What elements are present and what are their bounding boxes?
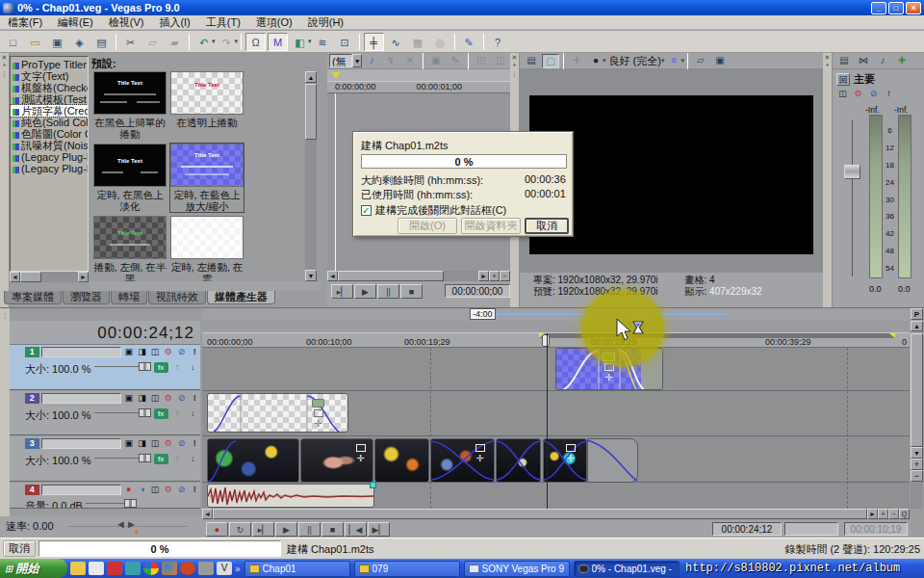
scroll-down-icon[interactable]: ▼ (911, 447, 923, 459)
overlay-icon[interactable]: ✛ (568, 54, 585, 68)
scroll-left-icon[interactable]: ◄ (10, 272, 20, 282)
pin-panel-icon[interactable]: + (0, 62, 9, 68)
track-number[interactable]: 1 (25, 347, 39, 357)
envelope-lock-button[interactable]: ≋ (313, 33, 333, 51)
selection-start-display[interactable]: 00:00:24;12 (712, 522, 782, 536)
track-header-4[interactable]: 4 ● ◑ ◫ ⚙ ⊘ ! 音量: 0.0 dB (10, 483, 200, 509)
scroll-left-icon[interactable]: ◄ (327, 271, 338, 281)
scroll-right-icon[interactable]: ► (478, 271, 489, 281)
quality-dropdown-arrow-icon[interactable]: ▾ (603, 57, 606, 65)
scroll-thumb[interactable] (213, 509, 867, 519)
solo-icon[interactable]: ! (883, 89, 895, 99)
add-bus-icon[interactable]: ✚ (893, 54, 911, 68)
tab-explorer[interactable]: 瀏覽器 (63, 291, 110, 304)
track-name-field[interactable] (41, 485, 121, 495)
list-item-solid-color[interactable]: 純色(Solid Color (11, 117, 88, 128)
solo-icon[interactable]: ! (189, 485, 200, 495)
play-from-start-button[interactable]: ▸▏ (252, 522, 274, 537)
list-item-legacy-plugin-2[interactable]: (Legacy Plug-In (11, 163, 88, 174)
zoom-out-vertical-icon[interactable]: − (911, 470, 923, 482)
volume-slider-handle[interactable] (124, 499, 137, 508)
help-button[interactable]: ? (488, 33, 508, 51)
level-icon[interactable]: ◨ (137, 347, 148, 357)
compositing-mode-icon[interactable]: ▣ (123, 393, 135, 404)
pin-panel-icon[interactable]: + (510, 62, 519, 68)
selection-end-display[interactable] (784, 522, 838, 536)
generator-marker-bar[interactable] (327, 69, 510, 81)
gear-icon[interactable]: ⚙ (163, 438, 174, 449)
cut-button[interactable]: ✂ (120, 33, 141, 51)
downmix-icon[interactable]: ⋈ (855, 54, 872, 68)
clip-buttons[interactable]: ✛ (312, 399, 324, 430)
quicklaunch-camera-icon[interactable] (198, 562, 214, 575)
scroll-right-icon[interactable]: ► (78, 272, 89, 282)
event-fx-icon[interactable]: ✛ (475, 454, 485, 464)
video-event[interactable] (207, 438, 299, 483)
maximize-button[interactable]: □ (888, 2, 904, 14)
video-event[interactable] (374, 438, 429, 483)
zoom-tool-button[interactable]: ◎ (430, 33, 450, 51)
snap-toggle-button[interactable]: Ω (245, 33, 266, 51)
open-button[interactable]: ▭ (25, 33, 45, 51)
quicklaunch-app-icon[interactable] (107, 562, 122, 575)
dock-grip-icon[interactable]: ⋮ (0, 71, 9, 76)
level-slider-handle[interactable] (139, 362, 151, 371)
event-fx-icon[interactable]: ✛ (355, 454, 366, 464)
stop-button[interactable]: ■ (400, 284, 423, 299)
pan-crop-icon[interactable] (356, 444, 366, 452)
redo-button[interactable]: ↷ (217, 33, 237, 51)
close-panel-icon[interactable]: ✕ (823, 54, 832, 62)
track-name-field[interactable] (41, 438, 121, 449)
timeline-ruler[interactable]: 00:00:00;00 00:00:10;00 00:00:19;29 00:0… (202, 332, 910, 348)
marker-tool-button[interactable]: P (911, 308, 923, 320)
mute-icon[interactable]: ⊘ (176, 438, 188, 449)
go-to-start-button[interactable]: ▏◀ (345, 522, 367, 537)
dock-grip-icon[interactable]: ⋮ (510, 71, 519, 76)
zoom-out-icon[interactable]: − (500, 271, 510, 281)
new-project-button[interactable]: □ (3, 33, 23, 51)
arm-down-icon[interactable]: ↓ (187, 362, 199, 373)
pan-crop-icon[interactable] (475, 444, 485, 452)
preset-zoom-blue[interactable]: Title Text 定時, 在藍色上放大/縮小 (170, 144, 244, 212)
zoom-tool-icon[interactable]: Q (899, 509, 910, 519)
quality-dropdown-arrow-icon[interactable]: ▾ (661, 57, 665, 65)
zoom-in-icon[interactable]: + (878, 509, 888, 519)
ripple-edit-button[interactable]: ◧ (290, 33, 310, 51)
close-panel-icon[interactable]: ✕ (0, 54, 9, 62)
list-item-prototype-titler[interactable]: ProType Titler (11, 59, 88, 70)
fx-chain-icon[interactable]: ◫ (836, 89, 849, 99)
taskbar-item-chap01-folder[interactable]: Chap01 (244, 561, 350, 577)
menu-tools[interactable]: 工具(T) (198, 15, 248, 30)
close-button[interactable]: ✕ (906, 2, 921, 14)
tab-media-generators[interactable]: 媒體產生器 (207, 291, 275, 304)
level-icon[interactable]: ◨ (137, 438, 148, 449)
level-slider-handle[interactable] (139, 454, 151, 462)
event-fx-icon[interactable]: ✛ (313, 419, 323, 430)
fx-chain-icon[interactable]: ◫ (149, 393, 161, 404)
taskbar-item-079-folder[interactable]: 079 (354, 561, 460, 577)
arm-down-icon[interactable]: ↓ (187, 454, 199, 464)
pan-crop-icon[interactable] (566, 444, 576, 452)
mute-icon[interactable]: ⊘ (867, 89, 880, 99)
mute-icon[interactable]: ⊘ (176, 393, 188, 404)
play-from-start-button[interactable]: ▸▏ (331, 284, 353, 299)
save-preset-icon[interactable]: ↯ (382, 54, 399, 68)
save-frame-icon[interactable]: ▣ (711, 54, 729, 68)
scroll-up-icon[interactable]: ▲ (305, 71, 317, 83)
list-item-legacy-plugin-1[interactable]: (Legacy Plug-In (11, 151, 88, 163)
track-number[interactable]: 2 (25, 393, 39, 404)
list-item-test-pattern[interactable]: 測試模板(Test P (11, 93, 88, 105)
cancel-button[interactable]: 取消 (525, 218, 569, 234)
preset-scroll-halfblack[interactable]: Title Text 捲動, 左側, 在半黑 (93, 216, 167, 284)
tab-project-media[interactable]: 專案媒體 (4, 291, 62, 304)
project-properties-icon[interactable]: ▤ (523, 54, 540, 68)
taskbar-item-vegas-help[interactable]: SONY Vegas Pro 9 C... (464, 561, 570, 577)
track-name-field[interactable] (41, 347, 121, 357)
track-grip-icon[interactable] (12, 347, 23, 357)
copy-button[interactable]: ▱ (142, 33, 163, 51)
menu-edit[interactable]: 編輯(E) (50, 15, 101, 30)
start-button[interactable]: ⊞ 開始 (0, 559, 67, 578)
ripple-dropdown-icon[interactable]: ▾ (308, 38, 312, 45)
presets-vscrollbar[interactable]: ▲ ▼ (305, 71, 317, 281)
list-item-checkerboard[interactable]: 棋盤格(Checkerb (11, 82, 88, 93)
